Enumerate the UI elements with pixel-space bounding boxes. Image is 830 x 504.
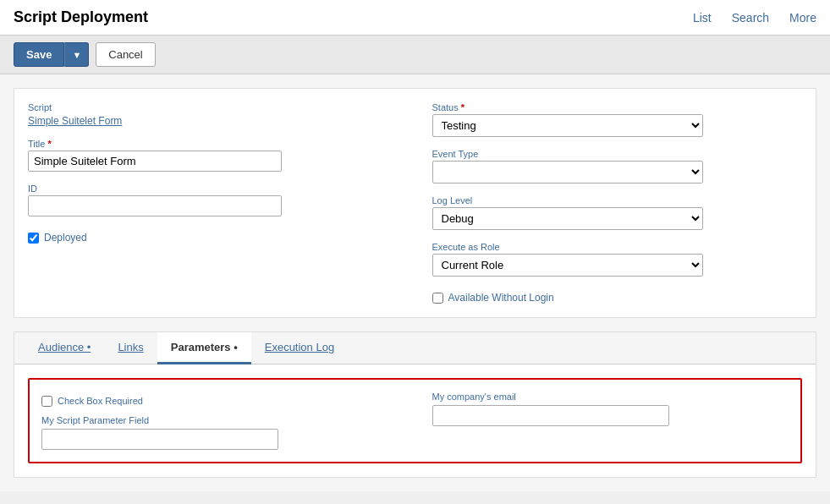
- form-right-col: Status * TestingReleasedDisabled Event T…: [432, 102, 803, 304]
- available-without-login-label: Available Without Login: [448, 292, 554, 304]
- save-dropdown-button[interactable]: ▼: [64, 42, 89, 67]
- status-field-group: Status * TestingReleasedDisabled: [432, 102, 803, 137]
- tab-parameters[interactable]: Parameters •: [157, 332, 251, 364]
- nav-links: List Search More: [693, 11, 816, 25]
- tab-links[interactable]: Links: [104, 332, 157, 364]
- toolbar: Save ▼ Cancel: [0, 36, 830, 74]
- checkbox-required-label: Check Box Required: [58, 395, 143, 407]
- script-param-input[interactable]: [41, 429, 278, 450]
- save-button-group: Save ▼: [14, 42, 89, 67]
- page-title: Script Deployment: [14, 8, 148, 26]
- event-type-select[interactable]: [432, 161, 703, 184]
- script-label: Script: [28, 102, 399, 112]
- save-button[interactable]: Save: [14, 42, 64, 67]
- status-label: Status *: [432, 102, 803, 112]
- tab-execution-log[interactable]: Execution Log: [251, 332, 348, 364]
- form-grid: Script Simple Suitelet Form Title * ID: [28, 102, 802, 304]
- script-field-group: Script Simple Suitelet Form: [28, 102, 399, 127]
- title-label: Title *: [28, 139, 399, 149]
- deployed-checkbox[interactable]: [28, 233, 39, 244]
- execute-role-field-group: Execute as Role Current RoleAdministrato…: [432, 242, 803, 277]
- params-right-col: My company's email: [432, 392, 789, 450]
- email-field-group: My company's email: [432, 392, 789, 426]
- email-label: My company's email: [432, 392, 789, 402]
- tabs-section: Audience • Links Parameters • Execution …: [14, 331, 816, 478]
- deployed-label: Deployed: [44, 232, 87, 244]
- log-level-field-group: Log Level DebugAuditErrorEmergency: [432, 195, 803, 230]
- log-level-select[interactable]: DebugAuditErrorEmergency: [432, 207, 703, 230]
- id-input[interactable]: [28, 195, 282, 216]
- script-link[interactable]: Simple Suitelet Form: [28, 115, 122, 127]
- deployed-row: Deployed: [28, 232, 399, 244]
- email-input[interactable]: [432, 405, 669, 426]
- main-content: Script Simple Suitelet Form Title * ID: [0, 74, 830, 491]
- form-section: Script Simple Suitelet Form Title * ID: [14, 88, 816, 318]
- title-field-group: Title *: [28, 139, 399, 172]
- cancel-button[interactable]: Cancel: [96, 42, 155, 67]
- page-title-section: Script Deployment: [14, 8, 148, 26]
- tab-audience[interactable]: Audience •: [25, 332, 104, 364]
- tabs-content: Check Box Required My Script Parameter F…: [14, 364, 816, 477]
- execute-role-label: Execute as Role: [432, 242, 803, 252]
- available-without-login-checkbox[interactable]: [432, 293, 443, 304]
- id-label: ID: [28, 184, 399, 194]
- available-without-login-row: Available Without Login: [432, 292, 803, 304]
- title-input[interactable]: [28, 151, 282, 172]
- script-param-field-group: My Script Parameter Field: [41, 415, 399, 450]
- parameters-grid: Check Box Required My Script Parameter F…: [28, 378, 802, 463]
- checkbox-required-row: Check Box Required: [41, 395, 399, 407]
- event-type-field-group: Event Type: [432, 149, 803, 184]
- log-level-label: Log Level: [432, 195, 803, 205]
- event-type-label: Event Type: [432, 149, 803, 159]
- params-left-col: Check Box Required My Script Parameter F…: [41, 392, 399, 450]
- nav-list[interactable]: List: [693, 11, 712, 25]
- nav-more[interactable]: More: [789, 11, 816, 25]
- nav-search[interactable]: Search: [732, 11, 769, 25]
- status-select[interactable]: TestingReleasedDisabled: [432, 114, 703, 137]
- checkbox-required-input[interactable]: [41, 396, 52, 407]
- id-field-group: ID: [28, 184, 399, 216]
- form-left-col: Script Simple Suitelet Form Title * ID: [28, 102, 399, 304]
- script-param-label: My Script Parameter Field: [41, 415, 399, 425]
- tabs-header: Audience • Links Parameters • Execution …: [14, 332, 816, 364]
- execute-role-select[interactable]: Current RoleAdministrator: [432, 254, 703, 277]
- top-bar: Script Deployment List Search More: [0, 0, 830, 36]
